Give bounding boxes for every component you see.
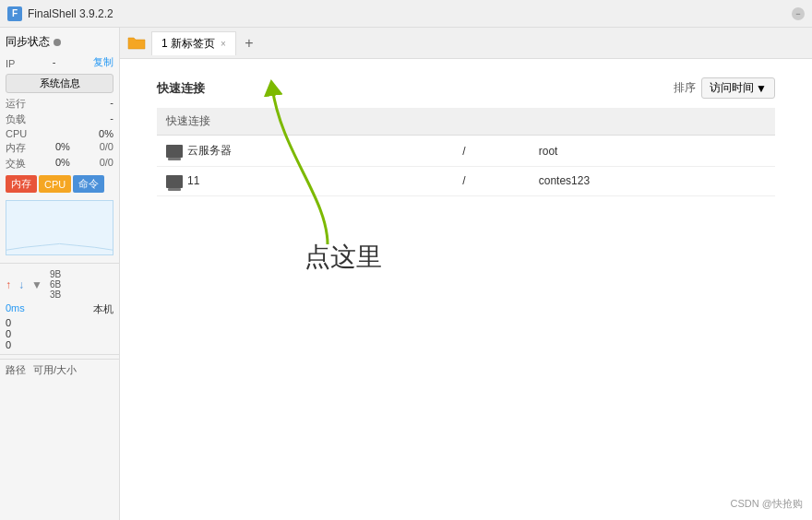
network-row: ↑ ↓ ▼ 9B 6B 3B [0,267,119,301]
size-label: 可用/大小 [33,363,77,377]
neutral-arrow-icon: ▼ [31,278,42,291]
table-header: 快速连接 [157,108,775,136]
table-row[interactable]: 11 / contes123 [157,167,775,196]
quick-connect-panel: 快速连接 排序 访问时间 ▼ 快速连接 [120,59,812,520]
window-controls: − [792,7,805,20]
new-tab[interactable]: 1 新标签页 × [151,31,236,55]
path-section: 路径 可用/大小 [0,359,119,381]
load-row: 负载 - [0,112,119,127]
swap-label: 交换 [6,157,26,171]
tab-buttons: 内存 CPU 命令 [6,175,113,193]
upload-arrow-icon: ↑ [6,278,11,291]
ip-label: IP [6,58,15,69]
sidebar: 同步状态 IP - 复制 系统信息 运行 - 负载 - CPU 0% 内存 0%… [0,28,120,520]
ip-row: IP - 复制 [0,53,119,71]
running-label: 运行 [6,97,26,111]
download-arrow-icon: ↓ [18,278,24,291]
title-bar: F FinalShell 3.9.2.2 − [0,0,812,28]
sort-arrow-icon: ▼ [756,82,767,95]
qc-header: 快速连接 排序 访问时间 ▼ [157,77,775,99]
server-user-cell: contes123 [530,167,775,196]
path-label: 路径 [6,363,26,377]
app-icon: F [7,6,22,21]
click-here-annotation: 点这里 [304,240,382,275]
sync-label: 同步状态 [6,34,50,50]
cpu-pct: 0% [99,128,113,139]
ip-value: - [53,56,56,67]
col-header-user [530,108,775,136]
ping-row: 0ms 本机 [0,301,119,317]
cpu-tab-button[interactable]: CPU [39,175,71,193]
content-area: 1 新标签页 × + 快速连接 排序 访问时间 ▼ 快 [120,28,812,520]
server-name-cell: 11 [157,167,453,196]
server-user-cell: root [530,136,775,167]
net-val-1: 9B [50,269,61,279]
add-tab-button[interactable]: + [238,32,260,54]
memory-fraction: 0/0 [100,141,113,155]
sync-dot [54,39,61,46]
sort-value: 访问时间 [710,80,754,96]
server-path-cell: / [453,167,529,196]
cpu-label: CPU [6,128,27,139]
table-body: 云服务器 / root 11 / contes123 [157,136,775,196]
folder-icon-button[interactable] [124,31,149,55]
net-val-3: 3B [50,290,61,300]
swap-pct: 0% [55,157,70,171]
minimize-button[interactable]: − [792,7,805,20]
count-2: 0 [0,328,119,339]
count-1: 0 [0,317,119,328]
cpu-row: CPU 0% [0,127,119,140]
tab-bar: 1 新标签页 × + [120,28,812,59]
sort-button[interactable]: 访问时间 ▼ [701,77,775,99]
sidebar-divider-2 [0,354,119,355]
running-value: - [110,97,113,111]
ping-host: 本机 [93,302,113,316]
sort-controls: 排序 访问时间 ▼ [674,77,775,99]
col-header-path [453,108,529,136]
app-title: FinalShell 3.9.2.2 [28,7,113,20]
ping-value: 0ms [6,302,25,316]
server-name-cell: 云服务器 [157,136,453,167]
tab-close-button[interactable]: × [221,39,226,49]
tab-label: 1 新标签页 [161,36,215,52]
memory-tab-button[interactable]: 内存 [6,175,37,193]
memory-row: 内存 0% 0/0 [0,140,119,156]
copy-button[interactable]: 复制 [93,55,113,69]
memory-label: 内存 [6,141,26,155]
chart-area [6,200,113,255]
sort-label: 排序 [674,80,696,96]
sync-status-row: 同步状态 [0,31,119,53]
table-row[interactable]: 云服务器 / root [157,136,775,167]
col-header-name: 快速连接 [157,108,453,136]
load-label: 负载 [6,112,26,126]
swap-fraction: 0/0 [100,157,113,171]
swap-row: 交换 0% 0/0 [0,156,119,171]
watermark: CSDN @快抢购 [731,497,803,511]
sidebar-divider [0,263,119,264]
running-row: 运行 - [0,96,119,112]
command-tab-button[interactable]: 命令 [73,175,104,193]
count-3: 0 [0,339,119,350]
server-path-cell: / [453,136,529,167]
memory-pct: 0% [55,141,70,155]
sys-info-button[interactable]: 系统信息 [6,74,113,93]
connection-table: 快速连接 云服务器 / root 11 / contes123 [157,108,775,196]
net-val-2: 6B [50,279,61,290]
load-value: - [110,112,113,126]
net-values: 9B 6B 3B [50,269,61,300]
main-layout: 同步状态 IP - 复制 系统信息 运行 - 负载 - CPU 0% 内存 0%… [0,28,812,520]
qc-title: 快速连接 [157,80,205,97]
